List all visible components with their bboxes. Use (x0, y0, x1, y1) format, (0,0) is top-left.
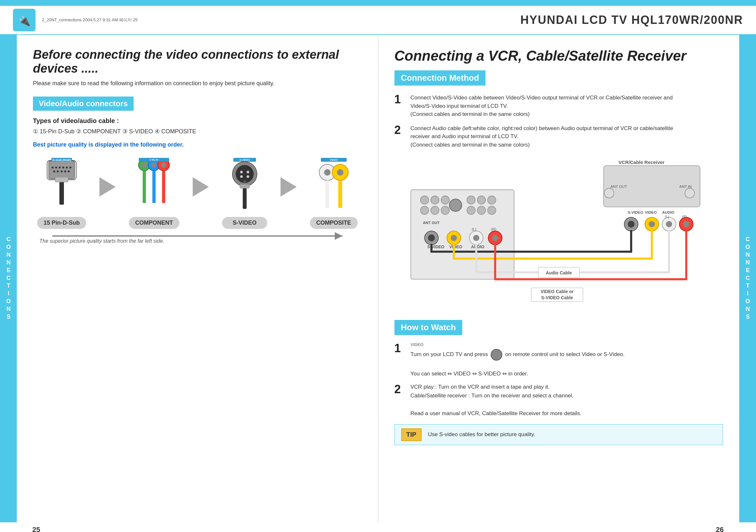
svg-point-11 (57, 171, 59, 173)
svg-text:VIDEO: VIDEO (449, 244, 462, 249)
svg-text:🔌: 🔌 (18, 15, 31, 27)
step-1-text: Connect Video/S-Video cable between Vide… (411, 93, 673, 119)
page-num-left: 25 (32, 525, 40, 532)
svg-point-44 (324, 169, 331, 175)
connector-dsub: D-SUB (RGB) 15 Pin-D-Sub (37, 158, 86, 229)
svg-rect-17 (59, 179, 64, 205)
svg-point-65 (428, 234, 435, 241)
svg-point-7 (62, 167, 64, 169)
svg-rect-39 (243, 186, 247, 209)
svg-point-59 (487, 196, 496, 204)
svg-text:VIDEO: VIDEO (645, 210, 656, 214)
svg-point-5 (55, 167, 57, 169)
svg-point-10 (53, 171, 55, 173)
connector-composite: VIDEO COMPOSITE (310, 158, 358, 229)
tip-label: TIP (401, 428, 421, 441)
vcr-diagram-svg: ANT OUT S-VIDEO VIDEO AUDIO (L) (R) (394, 155, 723, 310)
connector-svideo: S-VIDEO S-VIDEO (222, 158, 267, 229)
step-1: 1 Connect Video/S-Video cable between Vi… (394, 93, 723, 119)
connector-diagram-row: D-SUB (RGB) 15 Pin-D-Sub (33, 158, 362, 229)
svg-text:VIDEO: VIDEO (330, 158, 338, 161)
svg-text:(R): (R) (682, 215, 687, 219)
page-left: Before connecting the video connections … (17, 35, 378, 522)
tip-box: TIP Use S-video cables for better pictur… (394, 424, 723, 445)
sidebar-right-label: CONNECTIONS (744, 236, 751, 321)
svg-point-53 (420, 206, 429, 215)
svg-text:AUDIO: AUDIO (662, 210, 674, 214)
svg-point-56 (449, 199, 462, 211)
how-to-watch-header: How to Watch (394, 320, 463, 335)
svg-point-52 (441, 196, 449, 204)
svg-point-73 (492, 235, 498, 241)
htw-step-2-num: 2 (394, 383, 411, 396)
step-1-num: 1 (394, 93, 411, 105)
svg-rect-48 (338, 180, 342, 208)
step-2-num: 2 (394, 124, 411, 136)
file-info: 2_20NT_connections 2004.5.27 9:31 AM 페이지… (42, 17, 138, 23)
step-2-text: Connect Audio cable (left:white color, r… (411, 124, 673, 149)
dsub-label: 15 Pin-D-Sub (37, 217, 86, 229)
svg-point-82 (685, 188, 694, 198)
svg-rect-47 (325, 180, 329, 208)
svg-point-62 (487, 206, 496, 215)
htw-step-2-text: VCR play : Turn on the VCR and insert a … (411, 383, 582, 418)
htw-step-1: 1 VIDEO Turn on your LCD TV and press on… (394, 341, 723, 378)
right-page-title: Connecting a VCR, Cable/Satellite Receiv… (394, 48, 723, 64)
svg-text:ANT OUT: ANT OUT (422, 221, 440, 225)
brand-logo: 🔌 (13, 9, 36, 31)
svg-point-37 (247, 175, 249, 178)
svg-text:ANT OUT: ANT OUT (610, 184, 627, 189)
svg-rect-38 (243, 180, 246, 182)
connection-method-header: Connection Method (394, 70, 486, 86)
svg-point-13 (64, 171, 66, 173)
svg-text:VIDEO Cable or: VIDEO Cable or (540, 289, 574, 294)
svg-text:Audio Cable: Audio Cable (546, 270, 572, 275)
svg-point-50 (420, 196, 429, 204)
svg-rect-29 (162, 171, 165, 203)
svg-point-24 (161, 162, 166, 168)
sidebar-right: CONNECTIONS (739, 35, 756, 522)
svideo-label: S-VIDEO (222, 217, 267, 229)
svg-point-20 (142, 162, 147, 168)
svg-rect-18 (55, 177, 68, 182)
quality-note: The superior picture quality starts from… (40, 238, 362, 244)
left-page-title: Before connecting the video connections … (33, 48, 362, 75)
svg-text:VCR/Cable Receiver: VCR/Cable Receiver (618, 159, 664, 165)
svg-point-55 (441, 206, 449, 215)
arrow-1 (98, 177, 117, 197)
arrow-2 (191, 177, 210, 197)
svg-point-22 (151, 162, 156, 168)
component-label: COMPONENT (129, 217, 179, 229)
left-page-subtitle: Please make sure to read the following i… (33, 80, 362, 87)
htw-step-1-text: VIDEO Turn on your LCD TV and press on r… (411, 341, 625, 378)
svg-text:S-VIDEO: S-VIDEO (239, 158, 250, 161)
svg-point-36 (240, 175, 243, 178)
arrow-3 (279, 177, 298, 197)
product-title: HYUNDAI LCD TV HQL170WR/200NR (520, 13, 743, 27)
types-list: ① 15-Pin D-Sub ② COMPONENT ③ S-VIDEO ④ C… (33, 128, 362, 135)
svg-point-14 (68, 171, 70, 173)
sidebar-left: CONNECTIONS (0, 35, 17, 522)
vcr-connection-diagram: ANT OUT S-VIDEO VIDEO AUDIO (L) (R) (394, 155, 723, 310)
step-2: 2 Connect Audio cable (left:white color,… (394, 124, 723, 149)
main-content: CONNECTIONS Before connecting the video … (0, 35, 756, 522)
svg-text:D-SUB (RGB): D-SUB (RGB) (52, 158, 71, 162)
svg-point-8 (66, 167, 68, 169)
composite-label: COMPOSITE (310, 217, 358, 229)
top-decorative-bar (0, 0, 756, 6)
svg-rect-27 (143, 171, 146, 203)
svg-rect-28 (152, 171, 156, 203)
svg-point-54 (431, 206, 439, 215)
svg-text:AUDIO: AUDIO (471, 244, 484, 249)
svg-point-34 (240, 171, 243, 173)
svg-point-9 (69, 167, 71, 169)
svg-point-61 (477, 206, 485, 215)
svg-point-88 (649, 221, 655, 227)
svg-point-80 (604, 188, 614, 198)
svg-point-85 (628, 221, 634, 227)
page-num-right: 26 (716, 525, 724, 532)
sidebar-left-label: CONNECTIONS (5, 236, 12, 321)
htw-step-1-num: 1 (394, 341, 411, 355)
svg-point-58 (477, 196, 485, 204)
types-title: Types of video/audio cable : (33, 117, 362, 125)
